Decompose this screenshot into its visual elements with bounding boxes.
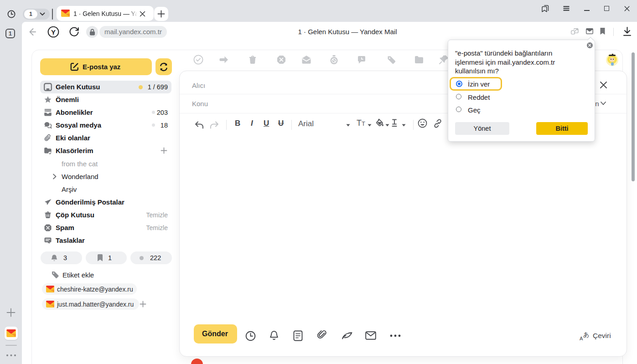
svg-text:Y: Y: [51, 28, 56, 36]
svg-text:A: A: [580, 336, 583, 341]
svg-text:あ: あ: [583, 331, 589, 338]
